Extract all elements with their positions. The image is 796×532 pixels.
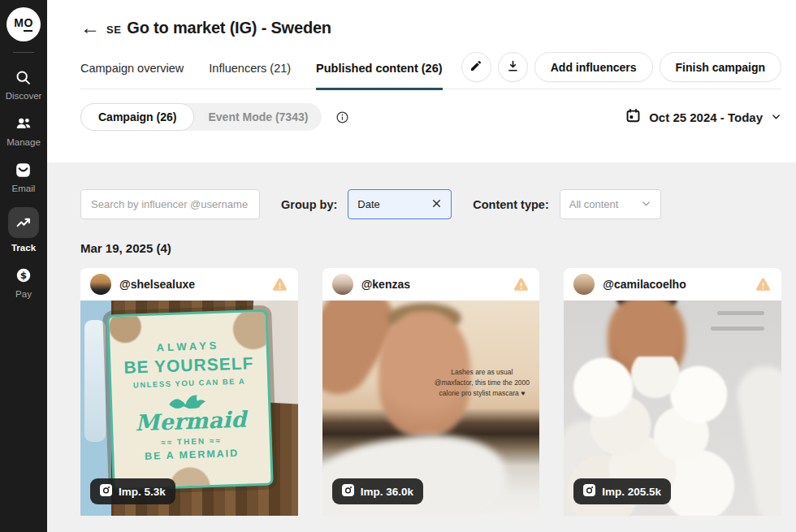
app-logo[interactable]: MO	[6, 7, 41, 41]
impressions-value: Imp. 5.3k	[119, 486, 166, 498]
pencil-icon	[469, 59, 482, 75]
sign-line: BE YOURSELF	[123, 353, 254, 378]
title-row: ← SE Go to market (IG) - Sweden	[80, 15, 781, 41]
impressions-badge: Imp. 5.3k	[90, 478, 175, 504]
date-range-picker[interactable]: Oct 25 2024 - Today	[625, 108, 781, 126]
warning-icon[interactable]	[271, 276, 288, 293]
edit-button[interactable]	[461, 52, 491, 82]
sidebar-item-email[interactable]: Email	[12, 161, 36, 193]
filter-row: Group by: Date Content type: All content	[80, 189, 781, 219]
avatar[interactable]	[90, 274, 111, 295]
group-by-select[interactable]: Date	[348, 189, 452, 219]
avatar[interactable]	[332, 274, 353, 295]
back-arrow-icon[interactable]: ←	[80, 18, 100, 37]
image-caption-text: Lashes are as usual @maxfactor, this tim…	[433, 367, 530, 400]
tag-text-shape	[717, 311, 764, 315]
content-type-label: Content type:	[473, 198, 548, 211]
tab-published-content[interactable]: Published content (26)	[316, 52, 443, 90]
sidebar-item-discover[interactable]: Discover	[6, 68, 42, 101]
bottle-shape	[84, 320, 106, 442]
logo-text: MO	[14, 17, 33, 28]
sign-line: THEN	[161, 435, 222, 447]
sidebar-item-track[interactable]: Track	[8, 207, 39, 253]
toolbar: Add influencers Finish campaign	[461, 52, 781, 82]
group-by-label: Group by:	[281, 198, 337, 211]
campaign-mode-pill[interactable]: Campaign (26)	[80, 103, 194, 131]
calendar-icon	[625, 108, 641, 126]
info-icon[interactable]	[335, 110, 349, 124]
finish-campaign-button[interactable]: Finish campaign	[660, 52, 781, 82]
username-link[interactable]: @camilacoelho	[603, 278, 686, 291]
sidebar-item-label: Pay	[15, 289, 32, 299]
mermaid-figure	[167, 390, 213, 409]
card-header: @shelsealuxe	[80, 268, 298, 301]
dollar-icon: $	[15, 266, 32, 284]
sidebar-item-label: Manage	[6, 137, 41, 147]
trend-icon	[15, 214, 32, 231]
date-group-header: Mar 19, 2025 (4)	[80, 241, 781, 255]
track-tile	[8, 207, 39, 238]
content-cards: @shelsealuxe ALWAYS BE YOURSELF UNLESS Y…	[80, 268, 781, 516]
username-link[interactable]: @kenzas	[361, 278, 410, 291]
sidebar-item-label: Email	[12, 184, 36, 193]
card-header: @camilacoelho	[564, 268, 781, 301]
sign-line: UNLESS YOU CAN BE A	[133, 376, 246, 389]
app-root: MO Discover Manage Email	[0, 0, 796, 532]
post-image[interactable]: ALWAYS BE YOURSELF UNLESS YOU CAN BE A M…	[80, 301, 298, 516]
add-influencers-button[interactable]: Add influencers	[534, 52, 653, 82]
avatar[interactable]	[573, 274, 595, 295]
sign-line: BE A MERMAID	[145, 447, 240, 461]
impressions-value: Imp. 205.5k	[602, 486, 661, 498]
content-card: @camilacoelho	[564, 268, 781, 516]
logo-underline	[24, 30, 32, 32]
sidebar: MO Discover Manage Email	[0, 0, 47, 532]
username-link[interactable]: @shelsealuxe	[119, 278, 195, 291]
group-by-value: Date	[357, 198, 379, 210]
date-range-label: Oct 25 2024 - Today	[649, 110, 763, 124]
page-title: Go to market (IG) - Sweden	[127, 19, 331, 37]
content-body: Group by: Date Content type: All content…	[47, 162, 796, 532]
tag-text-shape	[711, 327, 764, 331]
search-icon	[15, 68, 32, 86]
mode-toggle: Campaign (26) Event Mode (7343)	[80, 103, 322, 131]
sidebar-item-label: Track	[11, 243, 36, 253]
sidebar-divider	[13, 52, 34, 53]
chevron-down-icon	[771, 110, 781, 124]
instagram-icon	[583, 484, 595, 499]
impressions-badge: Imp. 205.5k	[573, 478, 671, 504]
content-type-value: All content	[569, 198, 619, 210]
content-card: @kenzas Lashes are as usual @maxfactor, …	[322, 268, 540, 516]
download-icon	[506, 59, 520, 76]
warning-icon[interactable]	[755, 276, 772, 293]
svg-text:$: $	[20, 270, 27, 281]
sidebar-item-pay[interactable]: $ Pay	[15, 266, 32, 299]
inbox-icon	[15, 161, 32, 179]
mode-row: Campaign (26) Event Mode (7343) Oct 25 2…	[80, 103, 781, 131]
instagram-icon	[342, 484, 354, 499]
impressions-value: Imp. 36.0k	[361, 486, 413, 498]
sign-line: Mermaid	[135, 406, 246, 435]
impressions-badge: Imp. 36.0k	[332, 478, 423, 504]
instagram-icon	[100, 484, 112, 499]
tabs-row: Campaign overview Influencers (21) Publi…	[80, 52, 781, 89]
content-card: @shelsealuxe ALWAYS BE YOURSELF UNLESS Y…	[80, 268, 298, 516]
download-button[interactable]	[498, 52, 528, 82]
main-content: ← SE Go to market (IG) - Sweden Campaign…	[47, 0, 796, 532]
sign-line: ALWAYS	[156, 339, 219, 353]
market-code: SE	[106, 20, 121, 36]
campaign-header: ← SE Go to market (IG) - Sweden Campaign…	[47, 0, 796, 162]
sidebar-item-label: Discover	[6, 91, 42, 101]
tab-influencers[interactable]: Influencers (21)	[209, 52, 291, 90]
event-mode-pill[interactable]: Event Mode (7343)	[194, 104, 322, 130]
mermaid-sign: ALWAYS BE YOURSELF UNLESS YOU CAN BE A M…	[106, 309, 273, 491]
post-image[interactable]: Imp. 205.5k	[564, 301, 781, 516]
people-icon	[15, 115, 32, 132]
post-image[interactable]: Lashes are as usual @maxfactor, this tim…	[322, 301, 540, 516]
sidebar-item-manage[interactable]: Manage	[6, 115, 41, 147]
content-type-select[interactable]: All content	[560, 189, 661, 219]
chevron-down-icon	[641, 198, 651, 211]
clear-icon[interactable]	[431, 198, 442, 211]
tab-campaign-overview[interactable]: Campaign overview	[80, 52, 184, 90]
search-input[interactable]	[80, 189, 260, 219]
warning-icon[interactable]	[513, 276, 530, 293]
